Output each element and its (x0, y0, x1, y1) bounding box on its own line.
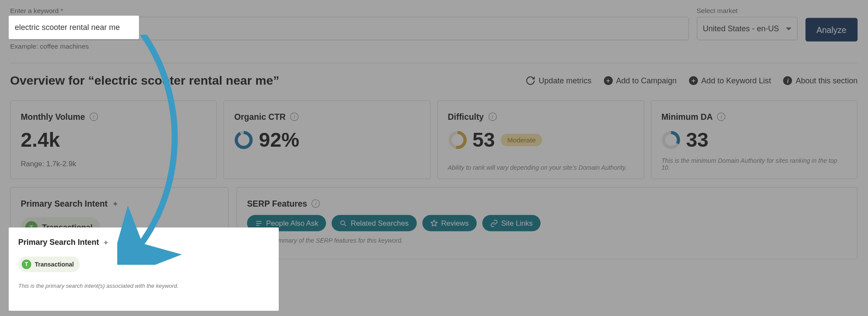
card-title: Monthly Volume (21, 112, 85, 122)
keyword-hint: Example: coffee machines (10, 43, 689, 50)
plus-circle-icon: + (689, 76, 698, 85)
about-section-link[interactable]: i About this section (783, 76, 858, 85)
serp-note: This is a summary of the SERP features f… (247, 231, 847, 244)
serp-pill-reviews[interactable]: Reviews (422, 215, 476, 231)
difficulty-note: Ability to rank will vary depending on y… (448, 158, 633, 171)
minimum-da-card: Minimum DA i 33 This is the minimum Doma… (651, 100, 858, 179)
svg-point-1 (236, 132, 251, 147)
min-da-value: 33 (686, 128, 709, 151)
market-select[interactable]: United States - en-US (696, 17, 797, 40)
organic-ctr-card: Organic CTR i 92% (224, 100, 430, 179)
intent-note: This is the primary search intent(s) ass… (18, 283, 269, 289)
serp-features-card: SERP Features i People Also Ask Related … (236, 187, 858, 259)
svg-point-6 (341, 221, 345, 224)
info-icon: i (783, 76, 792, 85)
update-metrics-link[interactable]: Update metrics (525, 76, 591, 86)
link-icon (490, 219, 498, 227)
refresh-icon (525, 76, 535, 86)
plus-circle-icon: + (604, 76, 613, 85)
star-icon (430, 219, 438, 227)
add-to-keyword-list-link[interactable]: + Add to Keyword List (689, 76, 771, 85)
highlight-intent-card: Primary Search Intent ✦ T Transactional … (9, 227, 279, 311)
card-title: Difficulty (448, 112, 484, 122)
serp-title: SERP Features (247, 199, 307, 208)
difficulty-card: Difficulty i 53 Moderate Ability to rank… (437, 100, 644, 179)
overview-title: Overview for “electric scooter rental ne… (10, 73, 279, 88)
info-icon[interactable]: i (312, 199, 320, 207)
intent-pill: T Transactional (18, 257, 80, 272)
analyze-button[interactable]: Analyze (805, 18, 858, 41)
chevron-down-icon (785, 27, 791, 30)
keyword-label: Enter a keyword * (10, 7, 689, 14)
difficulty-badge: Moderate (501, 134, 542, 146)
intent-title: Primary Search Intent (21, 199, 108, 208)
add-to-campaign-link[interactable]: + Add to Campaign (604, 76, 677, 85)
market-label: Select market (696, 7, 797, 14)
intent-label: Transactional (35, 261, 74, 268)
highlight-keyword: electric scooter rental near me (9, 16, 139, 39)
market-value: United States - en-US (703, 24, 779, 33)
sparkle-icon: ✦ (112, 199, 119, 208)
serp-pill-related-searches[interactable]: Related Searches (332, 215, 416, 231)
monthly-volume-card: Monthly Volume i 2.4k Range: 1.7k-2.9k (10, 100, 217, 179)
ctr-donut-icon (234, 131, 254, 150)
list-icon (255, 219, 263, 227)
info-icon[interactable]: i (290, 112, 298, 121)
difficulty-value: 53 (472, 128, 495, 151)
card-title: Minimum DA (661, 112, 713, 122)
card-title: Organic CTR (234, 112, 286, 122)
search-icon (340, 219, 347, 227)
min-da-donut-icon (661, 131, 680, 150)
info-icon[interactable]: i (717, 112, 726, 121)
ctr-value: 92% (259, 128, 299, 151)
info-icon[interactable]: i (89, 112, 98, 121)
info-icon[interactable]: i (488, 112, 496, 121)
difficulty-donut-icon (448, 131, 467, 150)
intent-letter-icon: T (22, 260, 31, 269)
volume-value: 2.4k (21, 128, 206, 151)
volume-range: Range: 1.7k-2.9k (21, 160, 206, 168)
divider (10, 63, 858, 63)
min-da-note: This is the minimum Domain Authority for… (661, 152, 847, 171)
serp-pill-site-links[interactable]: Site Links (482, 215, 541, 231)
sparkle-icon: ✦ (103, 239, 109, 246)
